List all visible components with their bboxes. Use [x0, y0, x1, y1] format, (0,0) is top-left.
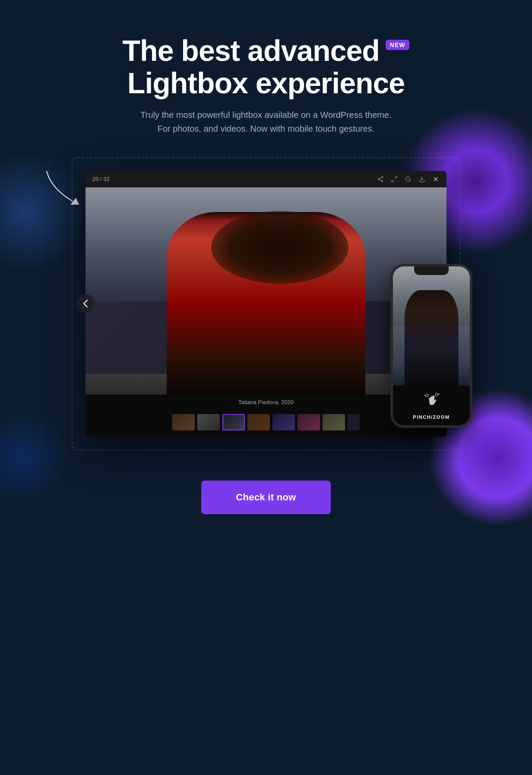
lightbox-mockup: 20 / 32	[86, 171, 446, 437]
thumbnail-7[interactable]	[323, 414, 345, 430]
svg-point-3	[381, 180, 383, 182]
svg-line-7	[392, 180, 394, 182]
title-line1-wrapper: The best advanced NEW	[123, 35, 410, 67]
check-it-now-button[interactable]: Check it now	[201, 481, 330, 514]
phone-screen	[393, 266, 470, 386]
thumbnail-2[interactable]	[197, 414, 220, 430]
subtitle: Truly the most powerful lightbox availab…	[132, 108, 400, 136]
svg-line-5	[380, 177, 382, 179]
svg-point-1	[381, 176, 383, 178]
page-container: The best advanced NEW Lightbox experienc…	[0, 0, 532, 557]
svg-line-9	[409, 180, 411, 182]
header-section: The best advanced NEW Lightbox experienc…	[123, 35, 410, 136]
close-icon[interactable]	[432, 175, 440, 183]
svg-line-17	[438, 394, 440, 395]
pinch-icon	[423, 391, 440, 412]
share-icon[interactable]	[377, 175, 384, 183]
main-title-line1: The best advanced	[123, 35, 380, 67]
lightbox-nav-left[interactable]	[76, 294, 95, 313]
cta-section: Check it now	[201, 481, 330, 514]
new-badge: NEW	[386, 40, 410, 50]
thumbnail-6[interactable]	[298, 414, 320, 430]
fullscreen-icon[interactable]	[390, 175, 398, 183]
thumbnail-5[interactable]	[272, 414, 295, 430]
phone-bottom: PINCH/ZOOM	[393, 386, 470, 425]
thumbnail-8[interactable]	[348, 414, 360, 430]
svg-point-14	[426, 394, 428, 397]
phone-mockup: PINCH/ZOOM	[390, 264, 472, 428]
lightbox-counter: 20 / 32	[92, 176, 110, 182]
main-title-line2: Lightbox experience	[123, 67, 410, 99]
svg-line-6	[395, 177, 397, 179]
svg-point-2	[378, 178, 380, 180]
demo-container: 20 / 32	[72, 157, 460, 450]
lightbox-icons	[377, 175, 440, 183]
svg-line-4	[380, 180, 382, 181]
lightbox-topbar: 20 / 32	[86, 171, 446, 187]
thumbnail-1[interactable]	[172, 414, 195, 430]
photo-hair	[211, 211, 348, 284]
svg-point-15	[435, 393, 438, 396]
thumbnail-3[interactable]	[222, 414, 245, 430]
zoom-out-icon[interactable]	[404, 175, 412, 183]
svg-marker-0	[70, 198, 79, 205]
phone-person	[405, 290, 459, 386]
download-icon[interactable]	[418, 175, 426, 183]
phone-notch	[414, 266, 449, 275]
thumbnail-4[interactable]	[247, 414, 270, 430]
pinch-zoom-label: PINCH/ZOOM	[413, 414, 450, 420]
